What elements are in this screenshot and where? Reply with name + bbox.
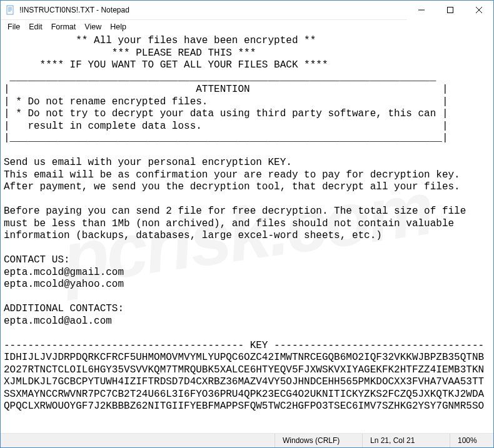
maximize-button[interactable]	[436, 1, 465, 20]
titlebar[interactable]: !INSTRUCTI0NS!.TXT - Notepad	[1, 1, 493, 20]
window-title: !INSTRUCTI0NS!.TXT - Notepad	[19, 6, 129, 14]
menubar: File Edit Format View Help	[1, 20, 493, 33]
menu-view[interactable]: View	[80, 22, 106, 32]
statusbar: Windows (CRLF) Ln 21, Col 21 100%	[1, 433, 493, 447]
status-position: Ln 21, Col 21	[362, 434, 450, 447]
menu-help[interactable]: Help	[106, 22, 131, 32]
menu-file[interactable]: File	[3, 22, 24, 32]
editor-area[interactable]: pcrisk.com ** All your files have been e…	[1, 33, 493, 433]
minimize-button[interactable]	[407, 1, 436, 20]
close-button[interactable]	[465, 1, 493, 20]
svg-rect-6	[448, 7, 453, 13]
notepad-file-icon	[6, 5, 16, 15]
editor-text[interactable]: ** All your files have been encrypted **…	[4, 35, 490, 413]
menu-edit[interactable]: Edit	[24, 22, 47, 32]
menu-format[interactable]: Format	[47, 22, 81, 32]
status-zoom: 100%	[450, 434, 493, 447]
window-controls	[407, 1, 493, 20]
status-encoding: Windows (CRLF)	[275, 434, 362, 447]
notepad-window: !INSTRUCTI0NS!.TXT - Notepad File Edit F…	[0, 0, 494, 448]
